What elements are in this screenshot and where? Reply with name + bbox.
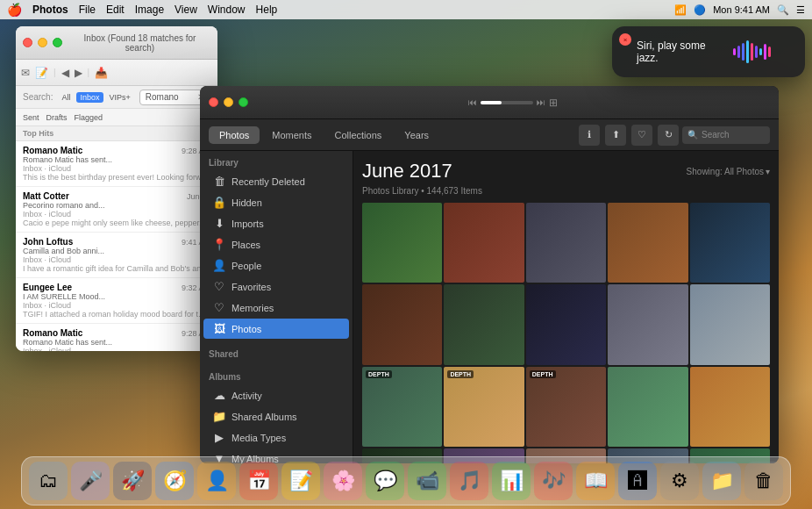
dock-system-prefs[interactable]: ⚙ — [660, 462, 699, 500]
app-name[interactable]: Photos — [32, 4, 68, 16]
photo-thumbnail[interactable] — [608, 203, 687, 283]
playback-icon[interactable]: ⏮ — [468, 97, 477, 107]
sidebar-item-shared-albums[interactable]: 📁 Shared Albums — [203, 406, 349, 427]
search-icon[interactable]: 🔍 — [777, 4, 789, 16]
tab-years[interactable]: Years — [394, 126, 439, 144]
menu-icon[interactable]: ☰ — [796, 4, 805, 16]
mail-search-bar: Search: All Inbox VIPs+ Romano ✕ — [16, 86, 217, 109]
mail-preview: Inbox · iCloud — [23, 347, 210, 351]
compose-icon[interactable]: ✉ — [21, 67, 30, 79]
dock-numbers[interactable]: 📊 — [492, 462, 531, 500]
photo-thumbnail[interactable] — [526, 284, 606, 364]
photo-thumbnail[interactable] — [608, 284, 687, 364]
photo-thumbnail[interactable] — [608, 367, 687, 447]
dock-itunes[interactable]: 🎵 — [450, 462, 488, 500]
mail-item[interactable]: John Loftus 9:41 AM Camilla and Bob anni… — [16, 233, 217, 278]
photos-search[interactable]: 🔍 Search — [682, 126, 770, 144]
photo-thumbnail[interactable] — [362, 284, 442, 364]
photo-thumbnail[interactable] — [690, 203, 770, 283]
mail-item[interactable]: Romano Matic 9:28 AM Romano Matic has se… — [16, 141, 217, 187]
dock-safari[interactable]: 🧭 — [155, 462, 194, 500]
mail-title: Inbox (Found 18 matches for search) — [69, 33, 210, 53]
dock-finder[interactable]: 🗂 — [29, 462, 68, 500]
menu-file[interactable]: File — [79, 4, 96, 16]
dock-calendar[interactable]: 📅 — [239, 462, 278, 500]
sidebar-item-activity[interactable]: ☁ Activity — [203, 385, 349, 405]
photos-sidebar: Library 🗑 Recently Deleted 🔒 Hidden ⬇ Im… — [200, 151, 353, 463]
photo-thumbnail[interactable] — [362, 203, 442, 283]
photo-thumbnail[interactable] — [690, 367, 770, 447]
photos-close-button[interactable] — [209, 97, 218, 107]
tab-photos[interactable]: Photos — [209, 126, 260, 144]
mail-item[interactable]: Romano Matic 9:28 AM Romano Matic has se… — [16, 324, 217, 351]
photos-toolbar: Photos Moments Collections Years ℹ ⬆ ♡ ↻… — [200, 119, 779, 151]
mail-body-preview: Cacio e pepe might only seem like cheese… — [23, 219, 210, 227]
slide-icon[interactable]: ⏭ — [537, 97, 545, 107]
fullscreen-icon[interactable]: ⊞ — [549, 97, 558, 109]
photo-thumbnail[interactable] — [444, 203, 524, 283]
chevron-down-icon[interactable]: ▾ — [766, 167, 770, 176]
minimize-button[interactable] — [38, 38, 47, 47]
new-message-icon[interactable]: 📝 — [35, 67, 48, 79]
tab-sent[interactable]: Sent — [23, 113, 39, 122]
menu-edit[interactable]: Edit — [106, 4, 125, 16]
playback-slider[interactable] — [481, 101, 533, 104]
siri-close-button[interactable]: × — [619, 33, 631, 46]
photo-thumbnail[interactable]: DEPTH — [444, 367, 524, 447]
sidebar-item-places[interactable]: 📍 Places — [203, 234, 349, 254]
dock-photos[interactable]: 🌸 — [324, 462, 362, 500]
maximize-button[interactable] — [53, 38, 62, 47]
photo-thumbnail[interactable]: DEPTH — [526, 367, 606, 447]
dock-siri[interactable]: 🎤 — [71, 462, 110, 500]
sidebar-item-hidden[interactable]: 🔒 Hidden — [203, 192, 349, 212]
sidebar-item-people[interactable]: 👤 People — [203, 255, 349, 276]
menu-help[interactable]: Help — [256, 4, 278, 16]
photo-thumbnail[interactable] — [690, 284, 770, 364]
close-button[interactable] — [23, 38, 32, 47]
photos-titlebar: ⏮ ⏭ ⊞ — [200, 86, 779, 119]
rotate-button[interactable]: ↻ — [658, 125, 679, 146]
menu-view[interactable]: View — [175, 4, 197, 16]
tab-flagged[interactable]: Flagged — [75, 113, 103, 122]
archive-icon[interactable]: 📥 — [95, 67, 108, 79]
photo-thumbnail[interactable] — [526, 203, 606, 283]
filter-vips[interactable]: VIPs+ — [106, 92, 134, 103]
favorite-button[interactable]: ♡ — [631, 125, 652, 146]
dock-launchpad[interactable]: 🚀 — [113, 462, 152, 500]
back-icon[interactable]: ◀ — [61, 67, 69, 79]
dock-trash[interactable]: 🗑 — [744, 462, 783, 500]
photo-thumbnail[interactable] — [444, 284, 524, 364]
info-button[interactable]: ℹ — [579, 125, 600, 146]
tab-moments[interactable]: Moments — [261, 126, 322, 144]
sidebar-item-memories[interactable]: ♡ Memories — [203, 298, 349, 318]
dock-contacts[interactable]: 👤 — [197, 462, 236, 500]
photo-thumbnail[interactable]: DEPTH — [362, 367, 442, 447]
mail-sender: Romano Matic — [23, 146, 82, 155]
sidebar-group-media-types[interactable]: ▶ Media Types — [203, 427, 349, 448]
tab-drafts[interactable]: Drafts — [46, 113, 68, 122]
sidebar-item-favorites[interactable]: ♡ Favorites — [203, 276, 349, 297]
dock-notes[interactable]: 📝 — [281, 462, 320, 500]
sidebar-item-recently-deleted[interactable]: 🗑 Recently Deleted — [203, 171, 349, 191]
photos-minimize-button[interactable] — [224, 97, 233, 107]
filter-all[interactable]: All — [58, 92, 74, 103]
share-button[interactable]: ⬆ — [605, 125, 626, 146]
mail-item[interactable]: Matt Cotter June 3 Pecorino romano and..… — [16, 187, 217, 233]
dock-books[interactable]: 📖 — [576, 462, 615, 500]
dock-facetime[interactable]: 📹 — [408, 462, 446, 500]
dock-appstore[interactable]: 🅰 — [618, 462, 657, 500]
mail-item[interactable]: Eungee Lee 9:32 AM I AM SURELLE Mood... … — [16, 278, 217, 324]
forward-icon[interactable]: ▶ — [75, 67, 82, 79]
sidebar-item-photos[interactable]: 🖼 Photos — [203, 319, 349, 339]
dock-messages[interactable]: 💬 — [366, 462, 404, 500]
sidebar-item-imports[interactable]: ⬇ Imports — [203, 213, 349, 233]
photos-maximize-button[interactable] — [239, 97, 248, 107]
menu-image[interactable]: Image — [135, 4, 164, 16]
menu-window[interactable]: Window — [208, 4, 246, 16]
dock-music[interactable]: 🎶 — [534, 462, 573, 500]
imports-label: Imports — [231, 219, 264, 229]
apple-menu-icon[interactable]: 🍎 — [7, 3, 22, 17]
filter-inbox[interactable]: Inbox — [76, 92, 103, 103]
tab-collections[interactable]: Collections — [324, 126, 393, 144]
dock-files[interactable]: 📁 — [702, 462, 741, 500]
